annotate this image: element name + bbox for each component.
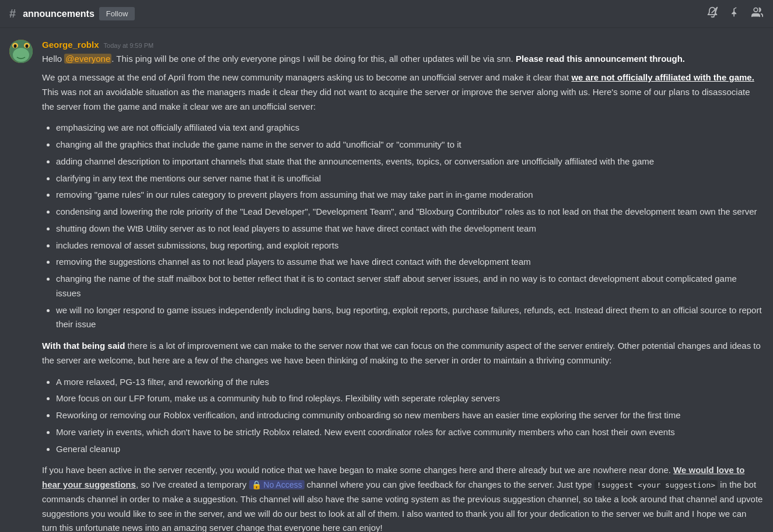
message-first-line: Hello @everyone. This ping will be one o…: [42, 52, 764, 66]
list-item: emphasizing we are not officially affili…: [56, 121, 764, 135]
message-text-block: We got a message at the end of April fro…: [42, 71, 764, 532]
channel-mention-name: No Access: [264, 480, 302, 489]
paragraph-3: If you have been active in the server re…: [42, 463, 764, 532]
svg-point-9: [26, 44, 29, 48]
para1-underline-bold: we are not officially affiliated with th…: [571, 72, 754, 82]
message-header: George_roblx Today at 9:59 PM: [42, 40, 764, 50]
top-bar-actions: [706, 6, 764, 21]
svg-point-8: [14, 44, 17, 48]
paragraph-2: With that being said there is a lot of i…: [42, 339, 764, 368]
list-1: emphasizing we are not officially affili…: [56, 121, 764, 332]
suggest-code: !suggest <your suggestion>: [594, 480, 718, 490]
channel-info: # announcements Follow: [9, 7, 135, 20]
follow-button[interactable]: Follow: [99, 7, 135, 20]
list-item: includes removal of asset submissions, b…: [56, 239, 764, 253]
list-item: General cleanup: [56, 442, 764, 457]
message-area: George_roblx Today at 9:59 PM Hello @eve…: [0, 28, 773, 532]
paragraph-1: We got a message at the end of April fro…: [42, 71, 764, 114]
list-item: condensing and lowering the role priorit…: [56, 205, 764, 219]
first-line-post: . This ping will be one of the only ever…: [111, 54, 513, 64]
first-line-bold: Please read this announcement through.: [513, 54, 685, 64]
list-item: More focus on our LFP forum, make us a c…: [56, 391, 764, 406]
svg-point-2: [754, 8, 758, 12]
para3-pre: If you have been active in the server re…: [42, 465, 673, 475]
channel-name: announcements: [23, 9, 95, 19]
members-icon[interactable]: [751, 6, 764, 21]
list-item: clarifying in any text the mentions our …: [56, 172, 764, 186]
list-item: removing "game rules" in our rules categ…: [56, 188, 764, 202]
list-item: Reworking or removing our Roblox verific…: [56, 408, 764, 423]
para2-bold: With that being said: [42, 341, 125, 351]
message-content: George_roblx Today at 9:59 PM Hello @eve…: [42, 40, 764, 532]
pin-icon[interactable]: [729, 6, 740, 21]
list-item: shutting down the WtB Utility server as …: [56, 222, 764, 236]
first-line-pre: Hello: [42, 54, 64, 64]
para3-mid: , so I've created a temporary: [136, 480, 249, 489]
list-2: A more relaxed, PG-13 filter, and rework…: [56, 375, 764, 457]
username: George_roblx: [42, 40, 99, 50]
svg-point-10: [13, 48, 29, 62]
message-container: George_roblx Today at 9:59 PM Hello @eve…: [9, 37, 764, 532]
channel-hash-icon: #: [9, 7, 16, 20]
top-bar: # announcements Follow: [0, 0, 773, 28]
para1-post: This was not an avoidable situation as t…: [42, 87, 750, 111]
list-item: More variety in events, which don't have…: [56, 425, 764, 440]
para2-rest: there is a lot of improvement we can mak…: [42, 341, 761, 365]
para3-after-channel: channel where you can give feedback for …: [305, 480, 594, 489]
avatar: [9, 40, 33, 63]
list-item: we will no longer respond to game issues…: [56, 303, 764, 332]
list-item: A more relaxed, PG-13 filter, and rework…: [56, 375, 764, 390]
everyone-mention: @everyone: [64, 54, 111, 64]
channel-mention[interactable]: 🔒 No Access: [249, 480, 305, 489]
list-item: changing all the graphics that include t…: [56, 138, 764, 152]
notification-icon[interactable]: [706, 6, 718, 21]
list-item: changing the name of the staff mailbox b…: [56, 272, 764, 301]
list-item: removing the suggestions channel as to n…: [56, 255, 764, 270]
list-item: adding channel description to important …: [56, 155, 764, 169]
para1-pre: We got a message at the end of April fro…: [42, 72, 571, 82]
timestamp: Today at 9:59 PM: [104, 42, 154, 49]
